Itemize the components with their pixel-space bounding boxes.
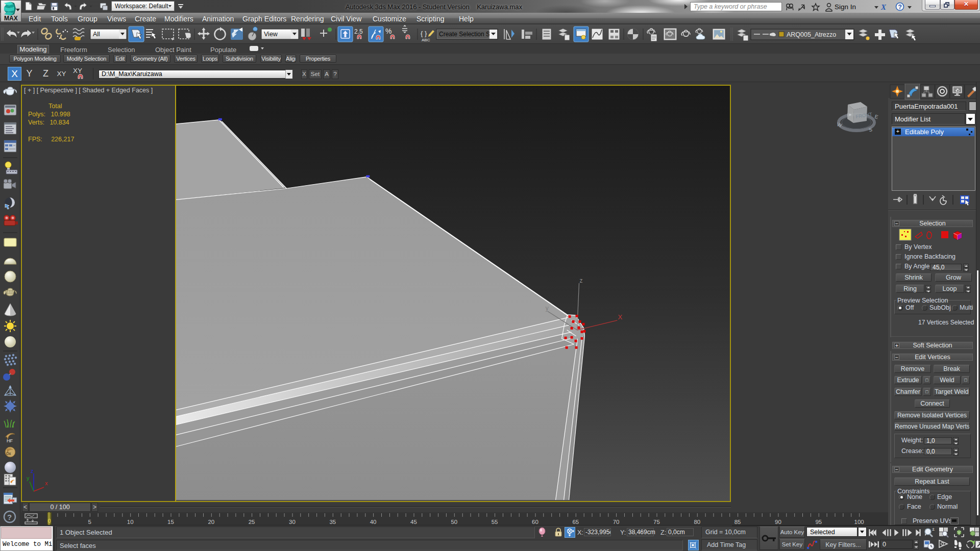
svg-text:5: 5 [88,519,91,525]
svg-text:All: All [93,31,100,38]
svg-text:75: 75 [653,519,660,525]
svg-text:Sign In: Sign In [835,3,856,11]
svg-text:10: 10 [127,519,134,525]
svg-text:{ }: { } [421,30,427,37]
svg-text:HF: HF [7,438,13,443]
svg-text:55: 55 [492,519,498,525]
svg-text:50: 50 [451,519,457,525]
svg-text:y: y [27,475,30,481]
svg-text:x: x [45,480,48,486]
svg-text:45: 45 [410,519,417,525]
svg-text:0x: 0x [6,451,11,456]
svg-text:15: 15 [167,519,174,525]
svg-text:25: 25 [249,519,255,525]
svg-text:X: X [880,3,887,11]
svg-text:2.5: 2.5 [354,28,363,35]
svg-text:65: 65 [572,519,579,525]
svg-text:X: X [618,313,622,321]
svg-text:60: 60 [532,519,538,525]
svg-text:95: 95 [815,519,822,525]
svg-text:z: z [580,277,583,284]
svg-text:%: % [385,27,391,35]
svg-text:80: 80 [694,519,700,525]
svg-text:z: z [31,468,34,474]
svg-text:y: y [546,305,549,312]
svg-text:70: 70 [613,519,620,525]
svg-text:100: 100 [854,519,864,525]
svg-text:ABC: ABC [422,38,430,42]
svg-text:35: 35 [329,519,336,525]
svg-text:20: 20 [208,519,214,525]
svg-text:E: E [874,114,879,120]
svg-text:40: 40 [370,519,377,525]
svg-text:Create Selection Se: Create Selection Se [439,31,494,38]
svg-text:View: View [264,31,278,38]
svg-text:±: ± [932,527,935,532]
svg-text:30: 30 [289,519,296,525]
svg-text:?: ? [898,4,902,11]
svg-text:85: 85 [734,519,741,525]
svg-text:90: 90 [775,519,781,525]
svg-text:ARQ005_Atrezzo: ARQ005_Atrezzo [787,31,836,38]
